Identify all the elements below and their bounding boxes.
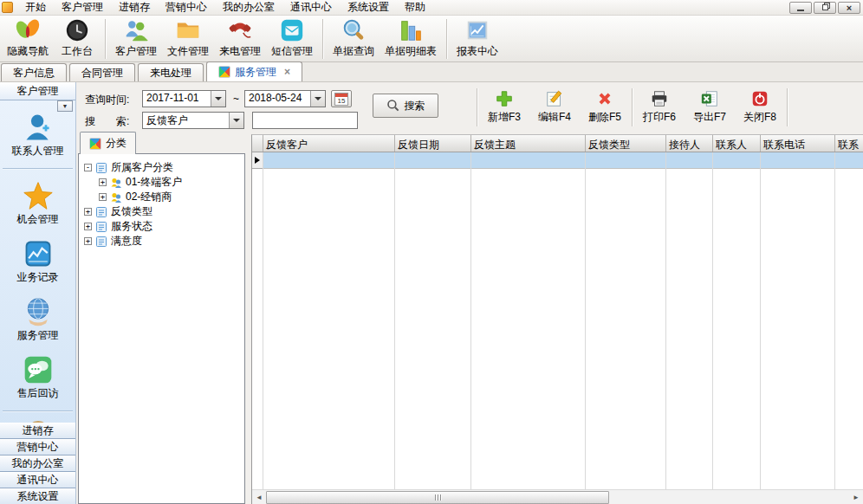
expand-icon[interactable]: + [84,237,92,245]
tree-node-01-终端客户[interactable]: +01-终端客户 [79,175,244,190]
menu-item-通讯中心[interactable]: 通讯中心 [282,0,340,16]
action-button-打印F6[interactable]: 打印F6 [634,89,685,125]
column-header-接待人[interactable]: 接待人 [666,135,713,152]
minimize-button[interactable] [789,2,812,14]
column-header-反馈日期[interactable]: 反馈日期 [395,135,471,152]
menu-item-营销中心[interactable]: 营销中心 [158,0,215,16]
toolbar-button-单据明细表[interactable]: 单据明细表 [380,17,442,61]
toolbar-button-报表中心[interactable]: 报表中心 [451,17,503,61]
chevron-down-icon[interactable] [211,91,225,107]
sidebar-group-系统设置[interactable]: 系统设置 [0,488,75,504]
sidebar-group-进销存[interactable]: 进销存 [0,423,75,439]
main-toolbar: 隐藏导航工作台客户管理文件管理来电管理短信管理单据查询单据明细表报表中心 [0,16,863,62]
column-header-联系人[interactable]: 联系人 [713,135,761,152]
toolbar-button-隐藏导航[interactable]: 隐藏导航 [2,17,54,61]
tab-label: 来电处理 [150,66,191,81]
delete-icon [595,89,614,108]
calendar-button[interactable]: 15 [331,90,352,107]
tree-node-满意度[interactable]: +满意度 [79,234,244,249]
tree-node-02-经销商[interactable]: +02-经销商 [79,190,244,204]
date-to-select[interactable]: 2018-05-24 [244,90,326,107]
customers-icon [123,17,149,43]
tab-合同管理[interactable]: 合同管理 [69,63,135,81]
expand-icon[interactable]: + [84,208,92,216]
column-header-反馈类型[interactable]: 反馈类型 [586,135,666,152]
sidebar-item-服务管理[interactable]: 服务管理 [0,296,75,343]
sidebar-group-营销中心[interactable]: 营销中心 [0,439,75,456]
minimize-icon [797,10,804,11]
current-row-marker-icon [255,157,260,164]
actions-separator [787,88,788,126]
toolbar-button-来电管理[interactable]: 来电管理 [214,17,266,61]
search-input[interactable] [252,112,358,129]
scrollbar-thumb[interactable] [266,491,609,504]
horizontal-scrollbar[interactable]: ◄ ► [252,489,863,504]
column-header-反馈主题[interactable]: 反馈主题 [471,135,586,152]
toolbar-button-文件管理[interactable]: 文件管理 [162,17,214,61]
toolbar-button-客户管理[interactable]: 客户管理 [110,17,162,61]
search-button-label: 搜索 [405,99,425,113]
tab-来电处理[interactable]: 来电处理 [138,63,204,81]
action-button-删除F5[interactable]: 删除F5 [580,89,630,125]
print-icon [650,89,669,108]
menu-item-我的办公室[interactable]: 我的办公室 [215,0,282,16]
date-from-select[interactable]: 2017-11-01 [142,90,226,107]
tab-close-icon[interactable]: × [284,66,290,78]
expand-icon[interactable]: + [99,193,107,201]
selected-empty-row[interactable] [263,152,863,169]
action-button-编辑F4[interactable]: 编辑F4 [529,89,580,125]
action-button-新增F3[interactable]: 新增F3 [479,89,529,125]
tab-服务管理[interactable]: 服务管理× [206,61,302,81]
menu-item-开始[interactable]: 开始 [17,0,54,16]
scroll-left-arrow[interactable]: ◄ [252,490,266,504]
tab-客户信息[interactable]: 客户信息 [1,63,67,81]
column-header-联系[interactable]: 联系 [835,135,863,152]
sidebar-group-通讯中心[interactable]: 通讯中心 [0,472,75,488]
close-button[interactable]: × [838,2,860,14]
search-button[interactable]: 搜索 [373,94,438,118]
date-to-value: 2018-05-24 [245,91,310,107]
menu-item-帮助[interactable]: 帮助 [397,0,433,16]
restore-button[interactable] [814,2,836,14]
tree-node-服务状态[interactable]: +服务状态 [79,219,244,234]
scroll-right-arrow[interactable]: ► [849,490,863,504]
sidebar-item-售后回访[interactable]: 售后回访 [0,354,75,401]
toolbar-button-短信管理[interactable]: 短信管理 [266,17,318,61]
expand-icon[interactable]: + [99,178,107,186]
search-field-label: 搜 索: [85,114,129,129]
sidebar-item-label: 机会管理 [17,212,59,227]
action-button-label: 编辑F4 [538,110,571,125]
grid-line [585,152,586,489]
action-button-关闭F8[interactable]: 关闭F8 [735,89,785,125]
collapse-icon[interactable]: - [84,164,92,171]
sidebar-header-customer-mgmt[interactable]: 客户管理 [0,82,75,100]
tree-node-反馈类型[interactable]: +反馈类型 [79,204,244,219]
chevron-down-icon[interactable] [229,113,243,128]
menu-item-系统设置[interactable]: 系统设置 [340,0,397,16]
star-icon [23,180,54,211]
header-selector-cell [252,135,263,152]
tree-node-所属客户分类[interactable]: -所属客户分类 [79,160,244,175]
business-chart-icon [23,238,54,269]
sidebar-item-机会管理[interactable]: 机会管理 [0,180,75,227]
active-tab-icon [218,66,230,78]
sidebar-item-联系人管理[interactable]: 联系人管理 [0,112,75,158]
action-button-导出F7[interactable]: 导出F7 [685,89,735,125]
expand-icon[interactable]: + [84,223,92,230]
menu-item-客户管理[interactable]: 客户管理 [54,0,111,16]
search-icon [386,99,400,113]
search-field-select[interactable]: 反馈客户 [142,112,244,129]
column-header-联系电话[interactable]: 联系电话 [761,135,835,152]
tree-node-label: 服务状态 [111,219,152,234]
sidebar-group-我的办公室[interactable]: 我的办公室 [0,456,75,472]
menu-item-进销存[interactable]: 进销存 [111,0,158,16]
column-header-反馈客户[interactable]: 反馈客户 [263,135,395,152]
toolbar-button-单据查询[interactable]: 单据查询 [328,17,380,61]
chevron-down-icon[interactable] [310,91,325,107]
tab-category[interactable]: 分类 [80,132,136,154]
category-icon [95,236,107,248]
toolbar-separator [446,19,447,59]
sidebar-item-业务记录[interactable]: 业务记录 [0,238,75,285]
sidebar-scroll-down-button[interactable]: ▼ [57,100,73,112]
toolbar-button-工作台[interactable]: 工作台 [54,17,101,61]
